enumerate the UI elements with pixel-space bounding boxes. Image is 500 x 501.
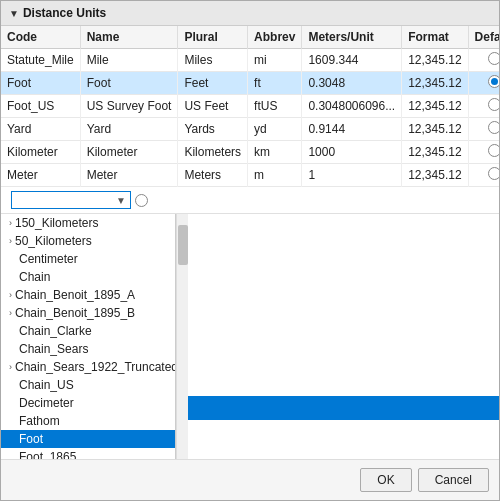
table-cell-4: 1609.344 <box>302 49 402 72</box>
table-cell-1: Mile <box>80 49 178 72</box>
dropdown-list-item[interactable]: Chain_Clarke <box>1 322 175 340</box>
dropdown-list-item[interactable]: Foot <box>1 430 175 448</box>
table-cell-3: mi <box>248 49 302 72</box>
table-cell-5: 12,345.12 <box>402 118 468 141</box>
table-cell-4: 0.9144 <box>302 118 402 141</box>
col-header-abbrev: Abbrev <box>248 26 302 49</box>
table-row[interactable]: MeterMeterMetersm112,345.12 <box>1 164 499 187</box>
table-cell-0: Statute_Mile <box>1 49 80 72</box>
table-cell-4: 1 <box>302 164 402 187</box>
dropdown-list-item[interactable]: Centimeter <box>1 250 175 268</box>
dropdown-list-item[interactable]: Fathom <box>1 412 175 430</box>
dropdown-item-label: Centimeter <box>19 252 78 266</box>
dropdown-arrow-icon[interactable]: ▼ <box>114 195 128 206</box>
radio-cell[interactable] <box>468 49 499 72</box>
dropdown-item-label: Chain_Benoit_1895_B <box>15 306 135 320</box>
radio-button[interactable] <box>488 144 499 157</box>
table-body: Statute_MileMileMilesmi1609.34412,345.12… <box>1 49 499 187</box>
collapse-chevron[interactable]: ▼ <box>9 8 19 19</box>
right-panel <box>188 214 499 459</box>
radio-button[interactable] <box>488 75 499 88</box>
new-row-radio-button[interactable] <box>135 194 148 207</box>
table-cell-3: ftUS <box>248 95 302 118</box>
dropdown-item-label: 50_Kilometers <box>15 234 92 248</box>
dropdown-item-label: Decimeter <box>19 396 74 410</box>
table-cell-1: Kilometer <box>80 141 178 164</box>
col-header-default: Default <box>468 26 499 49</box>
table-cell-4: 0.3048006096... <box>302 95 402 118</box>
table-row[interactable]: YardYardYardsyd0.914412,345.12 <box>1 118 499 141</box>
col-header-plural: Plural <box>178 26 248 49</box>
distance-units-dialog: ▼ Distance Units Code Name Plural Abbrev… <box>0 0 500 501</box>
dropdown-scrollbar[interactable] <box>176 214 188 459</box>
radio-button[interactable] <box>488 52 499 65</box>
col-header-name: Name <box>80 26 178 49</box>
dropdown-item-label: Chain_Clarke <box>19 324 92 338</box>
chevron-right-icon: › <box>9 218 12 228</box>
chevron-right-icon: › <box>9 308 12 318</box>
table-cell-5: 12,345.12 <box>402 164 468 187</box>
table-cell-2: Yards <box>178 118 248 141</box>
table-cell-2: Miles <box>178 49 248 72</box>
table-cell-0: Foot <box>1 72 80 95</box>
radio-cell[interactable] <box>468 95 499 118</box>
table-cell-4: 1000 <box>302 141 402 164</box>
table-cell-5: 12,345.12 <box>402 141 468 164</box>
col-header-format: Format <box>402 26 468 49</box>
table-cell-1: Yard <box>80 118 178 141</box>
radio-button[interactable] <box>488 98 499 111</box>
table-cell-3: km <box>248 141 302 164</box>
dropdown-list-item[interactable]: ›Chain_Benoit_1895_A <box>1 286 175 304</box>
dropdown-item-label: Fathom <box>19 414 60 428</box>
table-row[interactable]: FootFootFeetft0.304812,345.12 <box>1 72 499 95</box>
table-cell-3: yd <box>248 118 302 141</box>
cancel-button[interactable]: Cancel <box>418 468 489 492</box>
chevron-right-icon: › <box>9 362 12 372</box>
dropdown-item-label: Chain_Benoit_1895_A <box>15 288 135 302</box>
radio-cell[interactable] <box>468 164 499 187</box>
dropdown-item-label: Foot_1865 <box>19 450 76 459</box>
dropdown-list-item[interactable]: ›Chain_Benoit_1895_B <box>1 304 175 322</box>
table-cell-2: US Feet <box>178 95 248 118</box>
right-panel-content <box>188 214 499 459</box>
dropdown-list-container: ›150_Kilometers›50_KilometersCentimeterC… <box>1 214 176 459</box>
table-cell-0: Kilometer <box>1 141 80 164</box>
dropdown-list-item[interactable]: Chain_US <box>1 376 175 394</box>
dropdown-list-item[interactable]: Chain_Sears <box>1 340 175 358</box>
dropdown-list-item[interactable]: ›50_Kilometers <box>1 232 175 250</box>
dropdown-item-label: 150_Kilometers <box>15 216 98 230</box>
dropdown-list: ›150_Kilometers›50_KilometersCentimeterC… <box>1 214 175 459</box>
new-row-container: ▼ <box>1 187 499 214</box>
table-row[interactable]: Foot_USUS Survey FootUS FeetftUS0.304800… <box>1 95 499 118</box>
table-cell-0: Yard <box>1 118 80 141</box>
dropdown-list-item[interactable]: Foot_1865 <box>1 448 175 459</box>
table-cell-2: Kilometers <box>178 141 248 164</box>
radio-cell[interactable] <box>468 141 499 164</box>
title-bar: ▼ Distance Units <box>1 1 499 26</box>
new-row-input-wrap[interactable]: ▼ <box>11 191 131 209</box>
dropdown-list-item[interactable]: Chain <box>1 268 175 286</box>
table-cell-5: 12,345.12 <box>402 95 468 118</box>
dropdown-list-item[interactable]: ›150_Kilometers <box>1 214 175 232</box>
dropdown-list-item[interactable]: Decimeter <box>1 394 175 412</box>
chevron-right-icon: › <box>9 236 12 246</box>
col-header-code: Code <box>1 26 80 49</box>
table-cell-1: Foot <box>80 72 178 95</box>
ok-button[interactable]: OK <box>360 468 411 492</box>
radio-button[interactable] <box>488 167 499 180</box>
table-row[interactable]: Statute_MileMileMilesmi1609.34412,345.12 <box>1 49 499 72</box>
dialog-title: Distance Units <box>23 6 106 20</box>
table-row[interactable]: KilometerKilometerKilometerskm100012,345… <box>1 141 499 164</box>
dropdown-item-label: Chain_Sears_1922_Truncated <box>15 360 175 374</box>
table-cell-0: Foot_US <box>1 95 80 118</box>
table-cell-4: 0.3048 <box>302 72 402 95</box>
table-cell-2: Meters <box>178 164 248 187</box>
radio-cell[interactable] <box>468 118 499 141</box>
radio-button[interactable] <box>488 121 499 134</box>
dropdown-item-label: Foot <box>19 432 43 446</box>
dropdown-scrollbar-thumb[interactable] <box>178 225 188 265</box>
radio-cell[interactable] <box>468 72 499 95</box>
table-cell-0: Meter <box>1 164 80 187</box>
new-row-code-input[interactable] <box>14 193 114 207</box>
dropdown-list-item[interactable]: ›Chain_Sears_1922_Truncated <box>1 358 175 376</box>
